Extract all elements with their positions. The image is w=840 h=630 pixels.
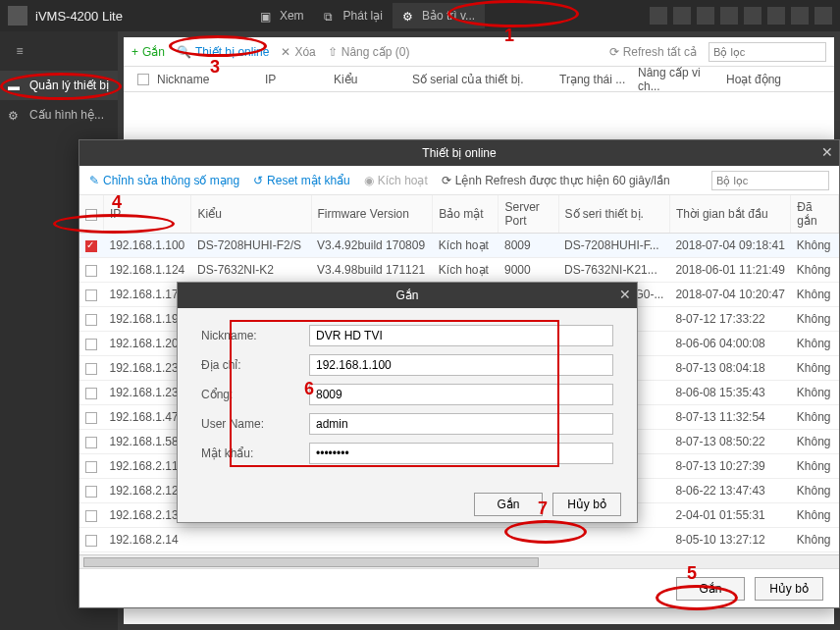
online-select-all[interactable] [85,209,97,221]
cell-sec [433,528,499,552]
edit-net-button[interactable]: ✎Chỉnh sửa thông số mạng [89,174,239,187]
row-checkbox[interactable] [85,240,97,252]
password-label: Mật khẩu: [201,446,309,460]
cell-added: Không [791,307,839,332]
col-sec[interactable]: Bảo mật [433,195,499,234]
col-ip[interactable]: IP [259,73,328,86]
row-checkbox[interactable] [85,314,97,326]
device-filter-input[interactable] [709,42,826,62]
table-row[interactable]: 192.168.1.100DS-7208HUHI-F2/SV3.4.92buil… [79,234,839,258]
menu-maintain[interactable]: ⚙ Bảo trì v... [393,3,485,28]
col-added[interactable]: Đã gắn [791,195,839,234]
password-input[interactable] [309,443,613,464]
cell-added: Không [791,454,839,479]
close-icon[interactable] [814,7,832,25]
row-checkbox[interactable] [85,339,97,350]
col-status[interactable]: Trạng thái ... [553,73,632,86]
cell-start: 2018-06-01 11:21:49 [669,258,790,283]
col-start[interactable]: Thời gian bắt đầu [669,195,790,234]
delete-button[interactable]: ✕Xóa [281,45,315,59]
col-firmware[interactable]: Nâng cấp vi ch... [632,66,720,93]
cell-fw: V3.4.98build 171121 [311,258,433,283]
menu-view-label: Xem [280,9,304,23]
scrollbar-thumb[interactable] [83,557,539,567]
top-menu: ▣ Xem ⧉ Phát lại ⚙ Bảo trì v... [250,3,485,28]
online-device-button[interactable]: 🔍Thiết bị online [177,45,269,59]
col-ip[interactable]: IP [104,195,191,234]
user-icon[interactable] [720,7,738,25]
col-action[interactable]: Hoạt động [720,73,789,86]
cell-ip: 192.168.2.14 [104,528,191,552]
nickname-input[interactable] [309,325,613,346]
cell-ip: 192.168.1.124 [104,258,191,283]
refresh-note-label: Lệnh Refresh được thực hiện 60 giây/lần [455,174,670,187]
refresh-all-button[interactable]: ⟳Refresh tất cả [609,45,697,59]
col-fw[interactable]: Firmware Version [311,195,433,234]
row-checkbox[interactable] [85,461,97,473]
cell-type: DS-7208HUHI-F2/S [191,234,311,258]
hdd-icon: ▬ [8,79,24,91]
add-modal-title[interactable]: Gắn ✕ [178,283,637,308]
col-type[interactable]: Kiểu [328,73,406,86]
row-checkbox[interactable] [85,388,97,399]
menu-maintain-label: Bảo trì v... [422,9,475,23]
close-icon[interactable]: ✕ [821,144,833,160]
hamburger-icon[interactable]: ≡ [6,37,33,65]
row-checkbox[interactable] [85,363,97,375]
app-logo-icon [8,6,27,26]
cell-fw [311,528,433,552]
edit-net-label: Chỉnh sửa thông số mạng [103,174,239,187]
menu-playback[interactable]: ⧉ Phát lại [314,3,393,28]
upgrade-button[interactable]: ⇧Nâng cấp (0) [328,45,410,59]
col-serial[interactable]: Số serial của thiết bị. [406,73,553,86]
minimize-icon[interactable] [767,7,785,25]
port-input[interactable] [309,384,613,405]
gear-icon: ⚙ [8,109,24,121]
row-checkbox[interactable] [85,437,97,448]
online-add-button[interactable]: Gắn [676,577,745,601]
cell-start: 8-06-22 13:47:43 [669,479,790,503]
online-cancel-button[interactable]: Hủy bỏ [755,577,823,601]
online-window-title[interactable]: Thiết bị online ✕ [79,140,839,166]
add-form: Nickname: Địa chỉ: Cổng: User Name: Mật … [178,308,637,487]
row-checkbox[interactable] [85,486,97,498]
modal-cancel-button[interactable]: Hủy bỏ [552,493,621,516]
row-checkbox[interactable] [85,265,97,277]
close-icon[interactable]: ✕ [619,287,631,302]
h-scrollbar[interactable] [79,554,839,568]
add-modal-footer: Gắn Hủy bỏ [178,487,637,522]
cell-added: Không [791,430,839,454]
row-checkbox[interactable] [85,510,97,522]
search-icon: 🔍 [177,45,191,59]
modal-add-button[interactable]: Gắn [474,493,543,516]
col-nickname[interactable]: Nickname [151,73,259,86]
table-row[interactable]: 192.168.2.148-05-10 13:27:12Không [79,528,839,552]
row-checkbox[interactable] [85,535,97,547]
add-button[interactable]: +Gắn [131,45,165,59]
row-checkbox[interactable] [85,289,97,301]
cell-start: 8-06-08 15:35:43 [669,381,790,405]
menu-view[interactable]: ▣ Xem [250,3,314,28]
grid-icon[interactable] [697,7,714,25]
activate-button[interactable]: ◉Kích hoạt [364,174,428,187]
cloud-icon[interactable] [650,7,667,25]
select-all-checkbox[interactable] [137,74,149,85]
username-input[interactable] [309,413,613,435]
reset-pw-button[interactable]: ↺Reset mật khẩu [253,174,350,187]
layout-icon[interactable] [673,7,691,25]
cell-added: Không [791,258,839,283]
titlebar-right [650,7,832,25]
col-type[interactable]: Kiểu [191,195,311,234]
online-filter-input[interactable] [711,171,829,190]
col-serial[interactable]: Số seri thiết bị. [558,195,669,234]
cell-added: Không [791,381,839,405]
sidebar-item-system[interactable]: ⚙ Cấu hình hệ... [0,100,118,130]
address-input[interactable] [309,354,613,376]
maximize-icon[interactable] [791,7,809,25]
lock-icon[interactable] [744,7,761,25]
refresh-icon: ⟳ [442,174,451,187]
table-row[interactable]: 192.168.1.124DS-7632NI-K2V3.4.98build 17… [79,258,839,283]
sidebar-item-device[interactable]: ▬ Quản lý thiết bị [0,71,118,100]
col-port[interactable]: Server Port [499,195,558,234]
row-checkbox[interactable] [85,412,97,424]
